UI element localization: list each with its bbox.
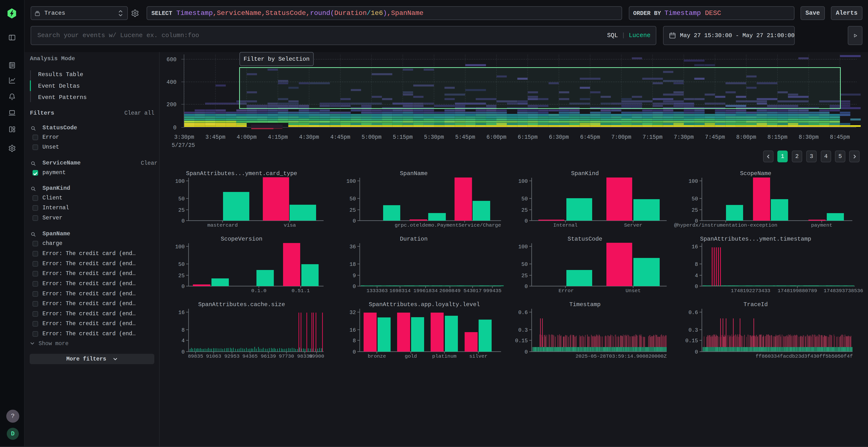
svg-text:200: 200 bbox=[166, 102, 177, 108]
svg-text:SpanAttributes...yment.card_ty: SpanAttributes...yment.card_type bbox=[186, 170, 297, 177]
svg-text:50: 50 bbox=[522, 196, 528, 202]
svg-text:7:00pm: 7:00pm bbox=[612, 134, 631, 140]
svg-text:ff860334facdb23d3f430ff5b5050f: ff860334facdb23d3f430ff5b5050f4f bbox=[756, 353, 853, 359]
svg-text:400: 400 bbox=[166, 79, 177, 85]
svg-text:0.15: 0.15 bbox=[515, 338, 528, 344]
svg-text:36: 36 bbox=[350, 244, 356, 250]
svg-text:1333363: 1333363 bbox=[367, 288, 388, 294]
svg-text:97730: 97730 bbox=[279, 353, 294, 359]
svg-text:5/27/25: 5/27/25 bbox=[172, 142, 195, 148]
svg-text:0: 0 bbox=[525, 349, 528, 355]
svg-text:8:30pm: 8:30pm bbox=[799, 134, 819, 140]
svg-text:25: 25 bbox=[522, 273, 528, 279]
svg-text:Timestamp: Timestamp bbox=[569, 301, 600, 308]
svg-text:0: 0 bbox=[182, 218, 185, 224]
svg-text:4: 4 bbox=[182, 338, 185, 344]
svg-text:0: 0 bbox=[353, 218, 356, 224]
svg-text:1748393738536: 1748393738536 bbox=[824, 288, 863, 294]
svg-text:Error: Error bbox=[558, 288, 574, 294]
svg-text:0.1.0: 0.1.0 bbox=[251, 288, 267, 294]
svg-text:7:30pm: 7:30pm bbox=[674, 134, 694, 140]
svg-text:0.51.1: 0.51.1 bbox=[291, 288, 310, 294]
svg-text:silver: silver bbox=[469, 353, 488, 359]
svg-text:0: 0 bbox=[353, 284, 356, 290]
svg-text:@hyperdx/instrumentation-excep: @hyperdx/instrumentation-exception bbox=[674, 222, 777, 228]
svg-text:4:00pm: 4:00pm bbox=[237, 134, 257, 140]
svg-text:1748199880789: 1748199880789 bbox=[778, 288, 817, 294]
svg-text:2025-05-28T03:59:14.900820000Z: 2025-05-28T03:59:14.900820000Z bbox=[576, 353, 667, 359]
svg-text:18: 18 bbox=[350, 262, 356, 268]
svg-text:94365: 94365 bbox=[242, 353, 257, 359]
svg-text:0: 0 bbox=[182, 349, 185, 355]
svg-text:8:00pm: 8:00pm bbox=[736, 134, 756, 140]
svg-text:0: 0 bbox=[695, 284, 698, 290]
svg-text:Duration: Duration bbox=[400, 236, 428, 242]
svg-text:50: 50 bbox=[179, 262, 185, 268]
svg-text:0.15: 0.15 bbox=[685, 338, 698, 344]
svg-text:4: 4 bbox=[695, 273, 698, 279]
svg-text:16: 16 bbox=[350, 327, 356, 333]
svg-text:5:30pm: 5:30pm bbox=[424, 134, 444, 140]
svg-text:89835: 89835 bbox=[188, 353, 203, 359]
svg-text:7:15pm: 7:15pm bbox=[643, 134, 662, 140]
svg-text:100: 100 bbox=[175, 244, 185, 250]
svg-text:ScopeVersion: ScopeVersion bbox=[221, 236, 262, 242]
svg-text:SpanName: SpanName bbox=[400, 170, 428, 177]
svg-text:3:45pm: 3:45pm bbox=[206, 134, 225, 140]
svg-text:TraceId: TraceId bbox=[744, 301, 768, 308]
svg-text:91063: 91063 bbox=[206, 353, 221, 359]
svg-text:99900: 99900 bbox=[309, 353, 324, 359]
svg-text:SpanKind: SpanKind bbox=[571, 170, 599, 177]
svg-text:4:45pm: 4:45pm bbox=[330, 134, 350, 140]
svg-text:gold: gold bbox=[405, 353, 417, 359]
svg-text:16: 16 bbox=[692, 244, 698, 250]
svg-text:6:15pm: 6:15pm bbox=[518, 134, 538, 140]
svg-text:0.3: 0.3 bbox=[688, 327, 698, 333]
svg-text:543017: 543017 bbox=[463, 288, 482, 294]
svg-text:7:45pm: 7:45pm bbox=[705, 134, 725, 140]
svg-text:16: 16 bbox=[179, 310, 185, 316]
svg-text:SpanAttributes...yment.timesta: SpanAttributes...yment.timestamp bbox=[700, 236, 811, 242]
svg-text:100: 100 bbox=[518, 178, 528, 184]
svg-text:3:30pm: 3:30pm bbox=[174, 134, 194, 140]
svg-text:mastercard: mastercard bbox=[207, 222, 238, 228]
svg-text:600: 600 bbox=[166, 57, 177, 63]
svg-text:5:00pm: 5:00pm bbox=[362, 134, 382, 140]
svg-text:25: 25 bbox=[179, 273, 185, 279]
svg-text:9: 9 bbox=[353, 273, 356, 279]
svg-text:2600849: 2600849 bbox=[439, 288, 461, 294]
svg-text:0: 0 bbox=[525, 218, 528, 224]
svg-text:999435: 999435 bbox=[483, 288, 501, 294]
svg-text:grpc.oteldemo.PaymentService/C: grpc.oteldemo.PaymentService/Charge bbox=[395, 222, 501, 228]
svg-text:4:15pm: 4:15pm bbox=[268, 134, 288, 140]
svg-text:platinum: platinum bbox=[432, 353, 457, 359]
svg-text:50: 50 bbox=[350, 196, 356, 202]
svg-text:100: 100 bbox=[688, 178, 698, 184]
svg-text:0.6: 0.6 bbox=[688, 310, 698, 316]
svg-text:1698314: 1698314 bbox=[390, 288, 411, 294]
svg-text:0.6: 0.6 bbox=[518, 310, 528, 316]
svg-text:Internal: Internal bbox=[553, 222, 578, 228]
svg-text:6:30pm: 6:30pm bbox=[549, 134, 569, 140]
svg-text:bronze: bronze bbox=[368, 353, 386, 359]
svg-text:25: 25 bbox=[350, 207, 356, 213]
svg-text:8: 8 bbox=[182, 327, 185, 333]
svg-text:100: 100 bbox=[346, 178, 356, 184]
svg-text:25: 25 bbox=[692, 207, 698, 213]
svg-text:8:45pm: 8:45pm bbox=[830, 134, 850, 140]
svg-text:0: 0 bbox=[695, 349, 698, 355]
svg-text:1748192273433: 1748192273433 bbox=[731, 288, 770, 294]
svg-text:0: 0 bbox=[182, 284, 185, 290]
svg-text:8: 8 bbox=[695, 262, 698, 268]
svg-text:0.3: 0.3 bbox=[518, 327, 528, 333]
svg-text:0: 0 bbox=[525, 284, 528, 290]
svg-text:0: 0 bbox=[353, 349, 356, 355]
svg-text:SpanAttributes.app.loyalty.lev: SpanAttributes.app.loyalty.level bbox=[369, 301, 480, 308]
svg-text:0: 0 bbox=[173, 125, 177, 131]
svg-text:92953: 92953 bbox=[224, 353, 240, 359]
svg-text:6:00pm: 6:00pm bbox=[487, 134, 506, 140]
svg-text:96139: 96139 bbox=[261, 353, 276, 359]
svg-text:Server: Server bbox=[624, 222, 642, 228]
svg-text:5:45pm: 5:45pm bbox=[455, 134, 475, 140]
svg-text:8: 8 bbox=[353, 338, 356, 344]
